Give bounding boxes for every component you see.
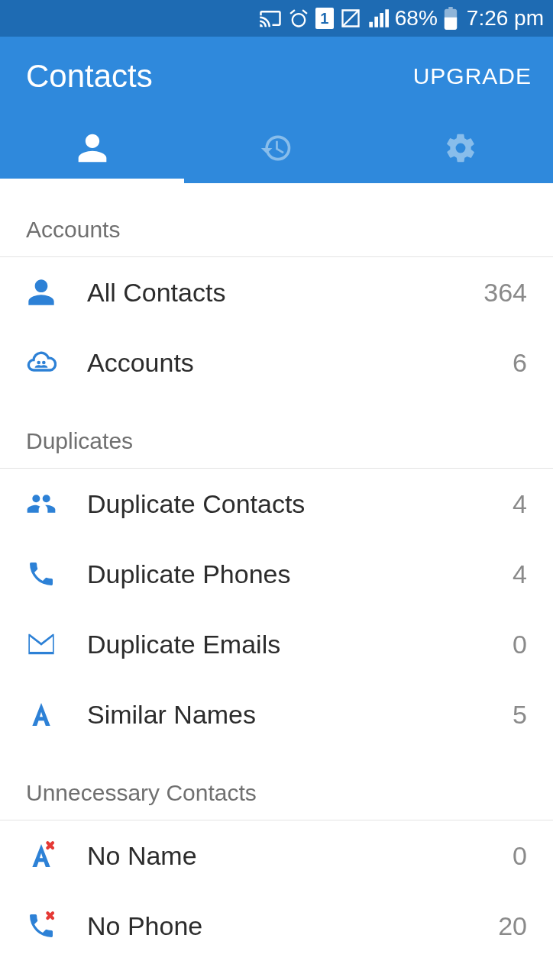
battery-percent: 68%	[395, 6, 438, 31]
letter-a-icon	[26, 699, 87, 730]
app-header: Contacts UPGRADE	[0, 37, 553, 183]
upgrade-button[interactable]: UPGRADE	[413, 63, 532, 89]
phone-icon	[26, 559, 87, 589]
section-header-duplicates: Duplicates	[0, 398, 553, 469]
row-count: 4	[513, 489, 527, 519]
row-duplicate-emails[interactable]: Duplicate Emails 0	[0, 609, 553, 679]
row-duplicate-phones[interactable]: Duplicate Phones 4	[0, 539, 553, 609]
row-label: All Contacts	[87, 278, 483, 308]
svg-point-1	[42, 361, 46, 365]
row-accounts[interactable]: Accounts 6	[0, 327, 553, 398]
row-count: 0	[513, 630, 527, 659]
row-label: No Phone	[87, 911, 498, 941]
sim-indicator: 1	[315, 8, 334, 29]
row-count: 4	[513, 559, 527, 589]
signal-icon	[367, 8, 389, 29]
mail-icon	[26, 629, 87, 659]
gear-icon	[444, 131, 477, 168]
cast-icon	[259, 8, 282, 28]
content: Accounts All Contacts 364 Accounts 6 Dup…	[0, 183, 553, 961]
row-label: Duplicate Phones	[87, 559, 513, 589]
people-icon	[26, 488, 87, 519]
letter-a-x-icon	[26, 840, 87, 871]
alarm-icon	[288, 8, 309, 29]
tab-contacts[interactable]	[0, 116, 184, 183]
svg-point-0	[37, 361, 40, 365]
tab-bar	[0, 116, 553, 183]
row-count: 6	[513, 348, 527, 378]
no-sim-icon	[340, 8, 361, 29]
row-label: Similar Names	[87, 700, 513, 730]
row-label: No Name	[87, 841, 513, 871]
row-no-phone[interactable]: No Phone 20	[0, 891, 553, 961]
cloud-accounts-icon	[26, 347, 87, 378]
section-header-unneeded: Unnecessary Contacts	[0, 750, 553, 820]
row-label: Duplicate Contacts	[87, 489, 513, 519]
status-bar: 1 68% 7:26 pm	[0, 0, 553, 37]
row-count: 364	[483, 278, 527, 308]
row-count: 5	[513, 700, 527, 730]
clock-text: 7:26 pm	[467, 6, 544, 31]
row-count: 0	[513, 841, 527, 871]
person-icon	[26, 277, 87, 308]
row-all-contacts[interactable]: All Contacts 364	[0, 257, 553, 327]
history-icon	[260, 131, 293, 168]
page-title: Contacts	[26, 58, 153, 95]
row-label: Accounts	[87, 348, 513, 378]
phone-x-icon	[26, 911, 87, 941]
row-duplicate-contacts[interactable]: Duplicate Contacts 4	[0, 469, 553, 539]
section-header-accounts: Accounts	[0, 183, 553, 257]
tab-settings[interactable]	[369, 116, 553, 183]
row-count: 20	[498, 911, 527, 941]
person-icon	[76, 131, 109, 168]
battery-icon	[444, 7, 458, 30]
tab-history[interactable]	[184, 116, 368, 183]
row-similar-names[interactable]: Similar Names 5	[0, 679, 553, 750]
row-no-name[interactable]: No Name 0	[0, 820, 553, 891]
row-label: Duplicate Emails	[87, 630, 513, 659]
